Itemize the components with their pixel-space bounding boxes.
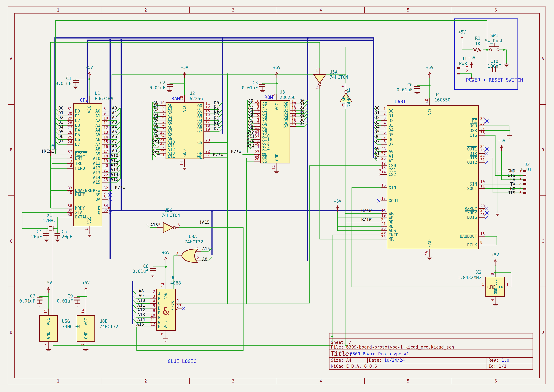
svg-text:14: 14 [180,161,184,166]
ic-U5G[interactable]: 14VCC7GND [39,308,57,348]
capacitor-C10[interactable]: C10100nF [488,59,501,72]
gnd-symbol[interactable] [507,134,512,138]
svg-text:2: 2 [153,289,155,294]
wire[interactable] [462,42,473,50]
inverter-u5a[interactable] [314,74,326,86]
svg-text:D0: D0 [389,109,394,113]
gnd-symbol[interactable] [87,232,92,237]
svg-text:GND: GND [508,168,515,173]
ref-label: U5C [164,208,172,213]
plus5v-flag[interactable]: +5V [273,65,281,78]
gnd-symbol[interactable] [83,348,89,352]
wire[interactable] [310,166,381,303]
svg-text:4: 4 [319,8,322,13]
gates[interactable] [157,68,352,263]
svg-text:14: 14 [81,309,85,314]
svg-text:D2: D2 [374,115,380,120]
capacitor-C7[interactable]: C70.01uF [19,293,42,304]
ic-U4[interactable]: 1D0D02D1D13D2D24D3D35D4D46D5D57D6D68D7D7… [374,98,488,256]
svg-text:20: 20 [425,251,429,256]
wire[interactable] [499,50,507,63]
plus5v-flag[interactable]: +5V [334,199,341,212]
svg-text:A14: A14 [167,154,175,159]
svg-text:TX: TX [510,182,515,187]
connector-pad-J2[interactable] [523,175,526,176]
ic-X2[interactable]: 5OUT1EN8Vcc4GND [479,270,511,303]
capacitor-C6[interactable]: C60.01uF [397,82,420,92]
plus5v-flag[interactable]: +5V [468,55,475,68]
gnd-symbol[interactable] [504,63,509,67]
gnd-symbol[interactable] [44,238,49,242]
push-switch-SW1[interactable] [489,43,499,51]
wire[interactable] [108,74,346,190]
plus5v-flag[interactable]: +5V [162,250,170,263]
plus5v-flag[interactable]: +5V [498,138,505,151]
connector-pad-J2[interactable] [523,192,526,194]
wire[interactable] [147,224,150,228]
gnd-symbol[interactable] [415,91,420,95]
svg-text:C: C [10,239,12,244]
plus5v-flag[interactable]: +5V [181,65,188,78]
resistor-R1[interactable] [473,48,481,52]
plus5v-flag[interactable]: +5V [492,252,499,266]
gnd-symbol[interactable] [495,211,500,216]
pin-number: 3 [176,251,178,255]
gnd-symbol[interactable] [46,348,51,352]
svg-text:A5: A5 [95,133,100,137]
connector-pad-J2[interactable] [523,188,526,189]
wire[interactable] [246,158,254,161]
svg-text:5: 5 [407,379,409,384]
gnd-symbol[interactable] [55,238,60,242]
ic-U6[interactable]: 2AA83BA94CA105DA119EA1210FA1311GA1412H1K… [133,282,185,338]
wire[interactable] [485,236,497,245]
gnd-symbol[interactable] [37,302,42,306]
ic-U3[interactable]: 10A0A09A1A18A2A27A3A36A4A45A5A54A6A63A7A… [247,94,308,170]
capacitor-C3[interactable]: C30.01uF [242,80,265,91]
or-gate-u8a[interactable] [182,249,198,263]
svg-text:BS: BS [95,193,100,197]
gnd-symbol[interactable] [427,256,432,260]
svg-text:D1: D1 [58,110,63,115]
plus5v-flag[interactable]: +5V [458,30,466,43]
svg-text:EXTAL: EXTAL [75,215,87,219]
svg-text:40: 40 [68,190,72,195]
wire[interactable] [210,143,228,303]
connector-pad-J1[interactable] [457,73,460,74]
gnd-symbol[interactable] [75,302,80,306]
wire[interactable] [320,89,381,239]
capacitor-C8[interactable]: C80.01uf [132,264,156,274]
inverter-u5c[interactable] [163,223,176,233]
svg-text:+5V: +5V [334,199,341,203]
ref-label: 74HCT32 [185,239,203,245]
gnd-symbol[interactable] [182,166,187,170]
capacitor-C2[interactable]: C20.01uF [149,80,173,91]
ref-label: 1K [475,41,480,46]
crystal-X1[interactable] [48,226,53,231]
gnd-symbol[interactable] [73,84,78,89]
gnd-symbol[interactable] [150,272,155,276]
net-label: !A15 [134,322,144,327]
gnd-symbol[interactable] [274,170,279,174]
svg-text:Date:: Date: [369,358,382,363]
gnd-symbol[interactable] [163,337,168,341]
svg-text:28: 28 [180,96,184,100]
svg-text:D4: D4 [389,128,394,133]
connector-pad-J2[interactable] [523,179,526,181]
wire[interactable] [485,126,509,131]
capacitor-C9[interactable]: C90.01uF [57,293,80,304]
plus5v-flag[interactable]: +5V [426,65,433,78]
wire[interactable] [208,257,212,260]
svg-text:17: 17 [381,196,386,201]
ic-U2[interactable]: 10A0A09A1A18A2A27A3A36A4A45A5A54A6A63A7A… [152,95,222,166]
gnd-symbol[interactable] [260,89,265,93]
capacitor-C1[interactable]: C10.01uF [55,76,79,86]
connector-pad-J1[interactable] [457,67,460,69]
plus5v-flag[interactable]: +5V [82,280,90,293]
svg-text:A9: A9 [95,151,100,156]
gnd-symbol[interactable] [493,303,498,307]
wire[interactable] [57,217,67,228]
svg-text:GND: GND [182,149,187,157]
gnd-symbol[interactable] [167,89,172,93]
plus5v-flag[interactable]: +5V [45,280,52,293]
connector-pad-J2[interactable] [523,183,526,185]
